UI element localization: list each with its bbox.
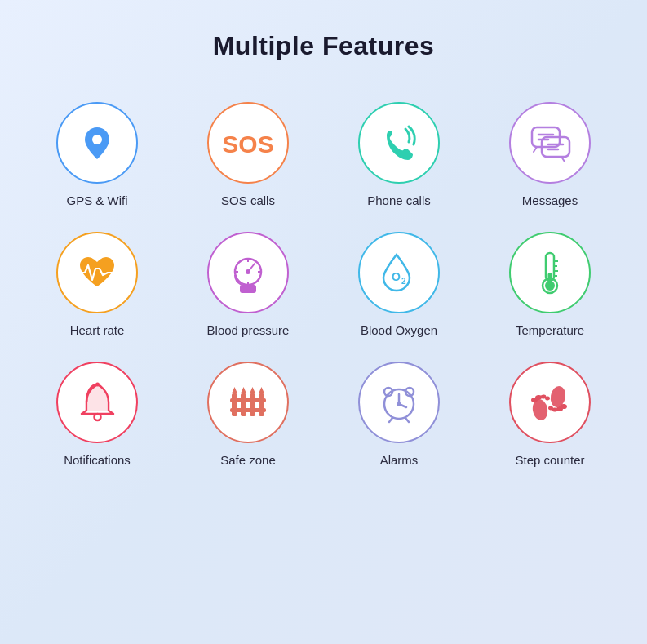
feature-heart-rate: Heart rate (30, 232, 165, 337)
feature-blood-pressure: Blood pressure (181, 232, 316, 337)
gps-wifi-label: GPS & Wifi (66, 193, 127, 207)
safe-zone-label: Safe zone (220, 453, 276, 467)
features-grid: GPS & Wifi SOS SOS calls Phone calls (30, 102, 618, 467)
blood-oxygen-icon-circle: O 2 (358, 232, 440, 313)
step-counter-label: Step counter (515, 453, 584, 467)
sos-calls-label: SOS calls (221, 193, 275, 207)
temperature-icon-circle (509, 232, 591, 313)
feature-safe-zone: Safe zone (181, 362, 316, 467)
svg-text:O: O (392, 270, 401, 283)
alarms-label: Alarms (380, 453, 419, 467)
svg-text:2: 2 (401, 277, 406, 286)
messages-label: Messages (522, 193, 578, 207)
gps-wifi-icon-circle (56, 102, 138, 184)
feature-phone-calls: Phone calls (332, 102, 467, 207)
svg-point-1 (92, 135, 102, 144)
feature-alarms: Alarms (332, 362, 467, 467)
feature-notifications: Notifications (30, 362, 165, 467)
svg-marker-33 (232, 387, 237, 393)
feature-step-counter: Step counter (483, 362, 618, 467)
blood-pressure-icon-circle (207, 232, 289, 313)
svg-rect-31 (250, 393, 255, 416)
step-counter-icon-circle (509, 362, 591, 443)
svg-rect-15 (240, 285, 256, 293)
temperature-label: Temperature (516, 323, 584, 337)
svg-marker-36 (259, 387, 264, 393)
messages-icon-circle (509, 102, 591, 184)
svg-marker-34 (241, 387, 246, 393)
safe-zone-icon-circle (207, 362, 289, 443)
svg-rect-30 (241, 393, 246, 416)
svg-line-46 (389, 418, 392, 422)
svg-rect-29 (232, 393, 237, 416)
blood-oxygen-label: Blood Oxygen (361, 323, 437, 337)
phone-calls-label: Phone calls (367, 193, 431, 207)
sos-calls-icon-circle: SOS (207, 102, 289, 184)
svg-point-43 (397, 402, 401, 406)
notifications-icon-circle (56, 362, 138, 443)
svg-rect-37 (230, 398, 266, 402)
svg-rect-22 (548, 273, 552, 287)
svg-line-47 (405, 418, 409, 422)
svg-line-11 (248, 264, 255, 272)
alarms-icon-circle (358, 362, 440, 443)
svg-marker-35 (250, 387, 255, 393)
svg-point-28 (95, 383, 100, 387)
heart-rate-icon-circle (56, 232, 138, 313)
notifications-label: Notifications (64, 453, 131, 467)
feature-sos-calls: SOS SOS calls (181, 102, 316, 207)
heart-rate-label: Heart rate (70, 323, 125, 337)
svg-text:SOS: SOS (222, 131, 273, 158)
blood-pressure-label: Blood pressure (207, 323, 290, 337)
phone-calls-icon-circle (358, 102, 440, 184)
feature-messages: Messages (483, 102, 618, 207)
feature-gps-wifi: GPS & Wifi (30, 102, 165, 207)
feature-blood-oxygen: O 2 Blood Oxygen (332, 232, 467, 337)
page-title: Multiple Features (213, 31, 435, 61)
svg-rect-38 (230, 408, 266, 412)
svg-rect-32 (259, 393, 264, 416)
svg-point-27 (94, 414, 100, 420)
feature-temperature: Temperature (483, 232, 618, 337)
